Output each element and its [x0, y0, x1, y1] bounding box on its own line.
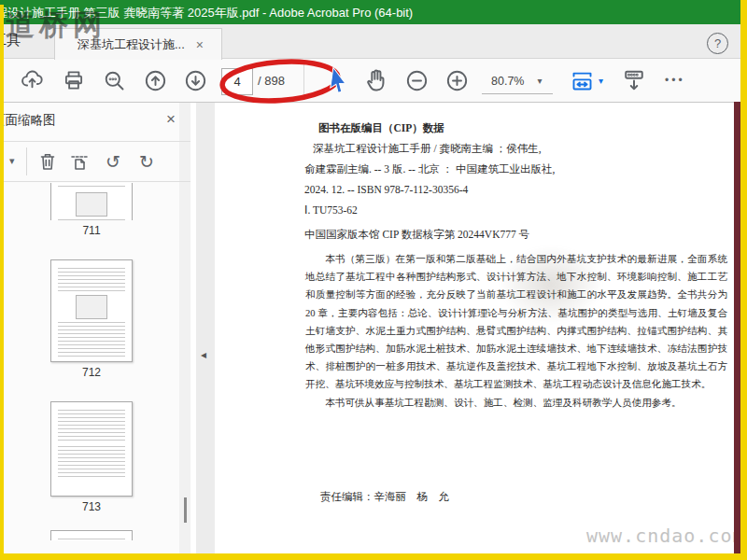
page-down-icon: [183, 68, 208, 93]
more-tools-button[interactable]: •••: [665, 74, 685, 87]
thumbnail-item-partial[interactable]: [50, 530, 133, 540]
toolbar-separator: [303, 64, 304, 96]
hand-tool-button[interactable]: [362, 66, 390, 94]
rotate-ccw-button[interactable]: ↺: [99, 147, 127, 175]
zoom-in-button[interactable]: [443, 66, 471, 94]
rotate-cw-icon: ↻: [139, 153, 154, 171]
previous-page-button[interactable]: [141, 66, 169, 94]
thumbnail-page-number: 712: [82, 366, 101, 379]
document-page[interactable]: 图书在版编目（CIP）数据 深基坑工程设计施工手册 / 龚晓南主编 ；侯伟生, …: [215, 103, 735, 554]
thumbnail-options-dropdown[interactable]: ▾: [9, 155, 15, 167]
hide-toolbar-button[interactable]: [620, 66, 648, 94]
window-title: 程设计施工手册 第三版 龚晓南等著 2025年版.pdf - Adobe Acr…: [0, 5, 413, 21]
next-page-button[interactable]: [181, 66, 209, 94]
page-number-input[interactable]: 4: [221, 68, 253, 95]
delete-pages-button[interactable]: [34, 147, 62, 175]
page-total-label: / 898: [258, 74, 285, 88]
zoom-level-value: 80.7%: [491, 75, 524, 88]
trash-icon: [36, 150, 59, 173]
title-bar: 程设计施工手册 第三版 龚晓南等著 2025年版.pdf - Adobe Acr…: [0, 0, 747, 24]
frame-border-left: [0, 5, 4, 560]
cip-line: 2024. 12. -- ISBN 978-7-112-30356-4: [304, 179, 555, 200]
tab-document-label: 深基坑工程设计施...: [78, 36, 185, 53]
page-watermark: www.cndao.com: [586, 525, 745, 547]
audience-paragraph: 本书可供从事基坑工程勘测、设计、施工、检测、监理及科研教学人员使用参考。: [305, 394, 727, 412]
page-up-icon: [143, 68, 168, 93]
collapse-panel-icon[interactable]: ◂: [201, 348, 206, 361]
help-icon[interactable]: ?: [707, 33, 728, 54]
thumbnail-page-number: 711: [82, 224, 100, 237]
frame-border-right: [740, 0, 747, 560]
rotate-cw-button[interactable]: ↻: [133, 147, 161, 175]
rotate-ccw-icon: ↺: [106, 153, 120, 171]
book-summary: 本书（第三版）在第一版和第二版基础上，结合国内外基坑支护技术的最新进展，全面系统…: [305, 250, 727, 412]
chevron-down-icon: ▾: [537, 76, 542, 86]
cip-line: 中国国家版本馆 CIP 数据核字第 20244VK777 号: [304, 224, 555, 245]
crop-page-icon: [68, 150, 91, 173]
fit-width-button[interactable]: [568, 66, 596, 94]
search-icon: [102, 68, 127, 93]
zoom-out-button[interactable]: [402, 66, 430, 94]
panel-title: 页面缩略图: [0, 112, 56, 129]
main-toolbar: 4 / 898 80.7% ▾ ▾: [0, 58, 747, 103]
search-button[interactable]: [100, 66, 128, 94]
cip-line: 俞建霖副主编. -- 3 版. -- 北京 ： 中国建筑工业出版社,: [304, 159, 555, 179]
panel-splitter[interactable]: ◂: [196, 103, 215, 554]
thumbnail-page-number: 713: [82, 500, 101, 513]
fit-options-caret-icon[interactable]: ▾: [599, 76, 603, 86]
zoom-out-icon: [404, 68, 430, 93]
sidebar-scrollbar-thumb[interactable]: [184, 497, 187, 523]
thumbnail-item[interactable]: 713: [50, 401, 133, 513]
thumbnail-page-preview: [50, 259, 133, 362]
credit-line: 责任编辑：辛海丽 杨 允: [320, 484, 449, 510]
close-tab-icon[interactable]: ×: [196, 37, 204, 52]
app-window: 程设计施工手册 第三版 龚晓南等著 2025年版.pdf - Adobe Acr…: [0, 0, 747, 560]
print-button[interactable]: [60, 66, 88, 94]
printer-icon: [62, 68, 86, 92]
frame-maroon-strip: [734, 102, 740, 553]
fit-width-icon: [570, 68, 595, 93]
summary-paragraph: 本书（第三版）在第一版和第二版基础上，结合国内外基坑支护技术的最新进展，全面系统…: [305, 250, 727, 394]
hand-tool-icon: [363, 67, 389, 93]
cip-line: 深基坑工程设计施工手册 / 龚晓南主编 ；侯伟生,: [304, 138, 555, 159]
thumbnail-toolbar: ▾ ↺ ↻: [4, 142, 190, 181]
share-upload-button[interactable]: [18, 66, 46, 94]
thumbnail-page-preview: [50, 183, 133, 220]
thumbnail-item[interactable]: 712: [50, 259, 133, 379]
toolbar-collapse-icon: [621, 67, 647, 93]
toolbar-separator: [26, 147, 27, 175]
cloud-upload-icon: [20, 68, 45, 93]
cip-block: 图书在版编目（CIP）数据 深基坑工程设计施工手册 / 龚晓南主编 ；侯伟生, …: [304, 118, 555, 245]
thumbnail-page-preview: [50, 401, 133, 497]
panel-divider: [4, 181, 190, 182]
cip-line: Ⅰ. TU753-62: [304, 200, 555, 220]
tab-document[interactable]: 深基坑工程设计施... ×: [54, 28, 222, 60]
thumbnail-item[interactable]: 711: [50, 183, 133, 237]
cip-title: 图书在版编目（CIP）数据: [304, 118, 555, 138]
crop-pages-button[interactable]: [65, 147, 93, 175]
thumbnail-list: 711 712 713: [4, 183, 179, 554]
credits-block: 责任编辑：辛海丽 杨 允 文字编辑：王 磊 责任校对：赵 力: [320, 434, 449, 560]
tab-bar: 工具 深基坑工程设计施... × ?: [0, 24, 747, 59]
frame-border-bottom: [0, 553, 747, 560]
zoom-level-dropdown[interactable]: 80.7% ▾: [482, 68, 553, 94]
zoom-in-icon: [444, 68, 470, 93]
panel-close-icon[interactable]: ×: [166, 110, 176, 129]
